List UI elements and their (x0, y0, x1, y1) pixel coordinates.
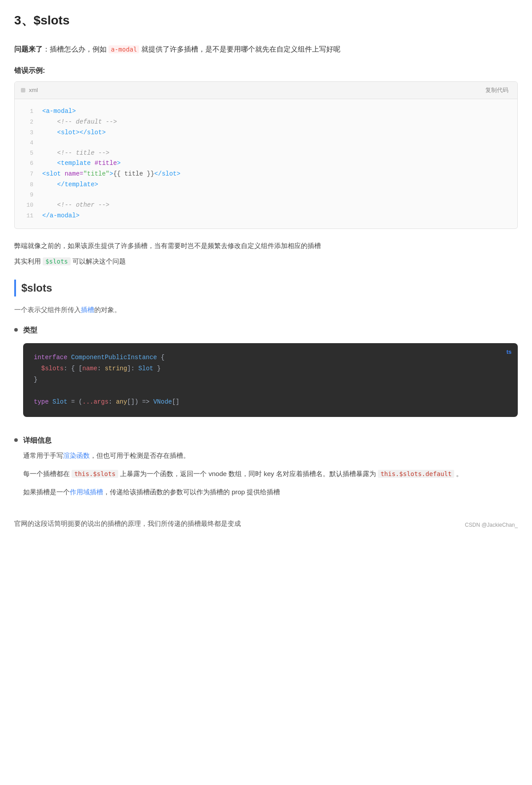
solution-code: $slots (43, 257, 71, 265)
problem-desc: 弊端就像之前的，如果该原生提供了许多插槽，当有需要时岂不是频繁去修改自定义组件添… (14, 240, 518, 252)
code-line-3: 3 <slot></slot> (15, 128, 517, 138)
watermark: CSDN @JackieChan_ (465, 521, 518, 529)
slots-desc-link[interactable]: 插槽 (81, 306, 94, 313)
code-line-11: 11 </a-modal> (15, 211, 517, 221)
code-content-xml: 1 <a-modal> 2 <!-- default --> 3 <slot><… (15, 99, 517, 228)
detail-para-2: 每一个插槽都在 this.$slots 上暴露为一个函数，返回一个 vnode … (23, 468, 518, 480)
line-content: </a-modal> (42, 211, 80, 221)
detail-p3-text2: ，传递给该插槽函数的参数可以作为插槽的 prop 提供给插槽 (103, 488, 280, 496)
solution-prefix: 其实利用 (14, 257, 41, 265)
line-num: 7 (21, 169, 33, 179)
bullet-section-details: 详细信息 通常用于手写渲染函数，但也可用于检测是否存在插槽。 每一个插槽都在 t… (14, 435, 518, 505)
bullet-content-type: 类型 ts interface ComponentPublicInstance … (23, 324, 518, 426)
code-line-8: 8 </template> (15, 180, 517, 190)
bullet-label-details: 详细信息 (23, 435, 518, 446)
lang-dot (21, 88, 25, 92)
inline-code-slots: this.$slots (72, 470, 118, 478)
detail-p2-text3: 。 (456, 470, 463, 477)
code-line-6: 6 <template #title> (15, 158, 517, 169)
code-line-4: 4 (15, 138, 517, 148)
bullet-dot (14, 438, 18, 442)
solution-suffix: 可以解决这个问题 (72, 257, 126, 265)
slots-desc-suffix: 的对象。 (94, 306, 121, 313)
ts-line-1: interface ComponentPublicInstance { (34, 352, 507, 363)
line-content: <!-- default --> (42, 117, 117, 128)
line-num: 5 (21, 148, 33, 158)
page-footer: 官网的这段话简明扼要的说出的插槽的原理，我们所传递的插槽最终都是变成 CSDN … (14, 517, 518, 529)
scoped-slot-link[interactable]: 作用域插槽 (70, 488, 103, 496)
bullet-label-type: 类型 (23, 324, 518, 336)
detail-p2-text2: 上暴露为一个函数，返回一个 vnode 数组，同时 key 名对应着插槽名。默认… (120, 470, 376, 477)
lang-indicator: xml (21, 86, 38, 95)
detail-para-1: 通常用于手写渲染函数，但也可用于检测是否存在插槽。 (23, 449, 518, 461)
error-example-label: 错误示例: (14, 65, 518, 76)
detail-p1-text2: ，但也可用于检测是否存在插槽。 (90, 452, 190, 459)
slots-section: $slots 一个表示父组件所传入插槽的对象。 类型 ts interface … (14, 280, 518, 505)
line-content: <slot></slot> (42, 128, 106, 138)
bullet-item-details: 详细信息 通常用于手写渲染函数，但也可用于检测是否存在插槽。 每一个插槽都在 t… (14, 435, 518, 505)
intro-prefix: 问题来了 (14, 45, 43, 53)
line-content: <a-modal> (42, 106, 76, 117)
line-num: 10 (21, 200, 33, 210)
intro-suffix: 就提供了许多插槽，是不是要用哪个就先在自定义组件上写好呢 (141, 45, 340, 53)
code-line-9: 9 (15, 190, 517, 200)
detail-p2-text1: 每一个插槽都在 (23, 470, 70, 477)
footer-text: 官网的这段话简明扼要的说出的插槽的原理，我们所传递的插槽最终都是变成 (14, 517, 456, 529)
line-content: </template> (42, 180, 98, 190)
line-num: 3 (21, 128, 33, 138)
ts-badge: ts (506, 348, 512, 357)
bullet-dot (14, 328, 18, 332)
code-line-1: 1 <a-modal> (15, 106, 517, 117)
intro-colon: ：插槽怎么办，例如 (43, 45, 107, 53)
ts-line-3: } (34, 374, 507, 385)
lang-label: xml (29, 86, 38, 95)
page-title: 3、$slots (14, 11, 518, 31)
ts-code-block: ts interface ComponentPublicInstance { $… (23, 343, 518, 417)
line-num: 8 (21, 180, 33, 190)
bullet-content-details: 详细信息 通常用于手写渲染函数，但也可用于检测是否存在插槽。 每一个插槽都在 t… (23, 435, 518, 505)
solution-line: 其实利用 $slots 可以解决这个问题 (14, 255, 518, 267)
line-num: 1 (21, 107, 33, 116)
detail-p1-text1: 通常用于手写 (23, 452, 63, 459)
line-content: <!-- title --> (42, 148, 109, 159)
code-line-5: 5 <!-- title --> (15, 148, 517, 159)
intro-paragraph: 问题来了：插槽怎么办，例如 a-modal 就提供了许多插槽，是不是要用哪个就先… (14, 43, 518, 56)
line-num: 2 (21, 117, 33, 127)
xml-code-block: xml 复制代码 1 <a-modal> 2 <!-- default --> … (14, 81, 518, 228)
bullet-section-type: 类型 ts interface ComponentPublicInstance … (14, 324, 518, 426)
code-line-7: 7 <slot name="title">{{ title }}</slot> (15, 169, 517, 180)
copy-button[interactable]: 复制代码 (483, 85, 511, 95)
line-content: <template #title> (42, 158, 120, 169)
line-content: <slot name="title">{{ title }}</slot> (42, 169, 180, 180)
render-fn-link[interactable]: 渲染函数 (63, 452, 90, 459)
line-content: <!-- other --> (42, 200, 109, 211)
slots-desc: 一个表示父组件所传入插槽的对象。 (14, 304, 518, 316)
code-block-header: xml 复制代码 (15, 82, 517, 99)
code-line-10: 10 <!-- other --> (15, 200, 517, 211)
ts-code-content: interface ComponentPublicInstance { $slo… (23, 343, 518, 417)
ts-line-4 (34, 385, 507, 397)
detail-para-3: 如果插槽是一个作用域插槽，传递给该插槽函数的参数可以作为插槽的 prop 提供给… (23, 486, 518, 498)
line-num: 6 (21, 159, 33, 168)
slots-desc-prefix: 一个表示父组件所传入 (14, 306, 81, 313)
bullet-item-type: 类型 ts interface ComponentPublicInstance … (14, 324, 518, 426)
slots-subtitle: $slots (14, 280, 518, 296)
intro-code-tag: a-modal (108, 45, 139, 53)
line-num: 9 (21, 190, 33, 200)
line-num: 11 (21, 211, 33, 221)
ts-line-2: $slots: { [name: string]: Slot } (34, 363, 507, 374)
detail-p3-text1: 如果插槽是一个 (23, 488, 70, 496)
inline-code-default: this.$slots.default (378, 470, 454, 478)
line-num: 4 (21, 138, 33, 148)
ts-line-5: type Slot = (...args: any[]) => VNode[] (34, 397, 507, 408)
code-line-2: 2 <!-- default --> (15, 117, 517, 128)
